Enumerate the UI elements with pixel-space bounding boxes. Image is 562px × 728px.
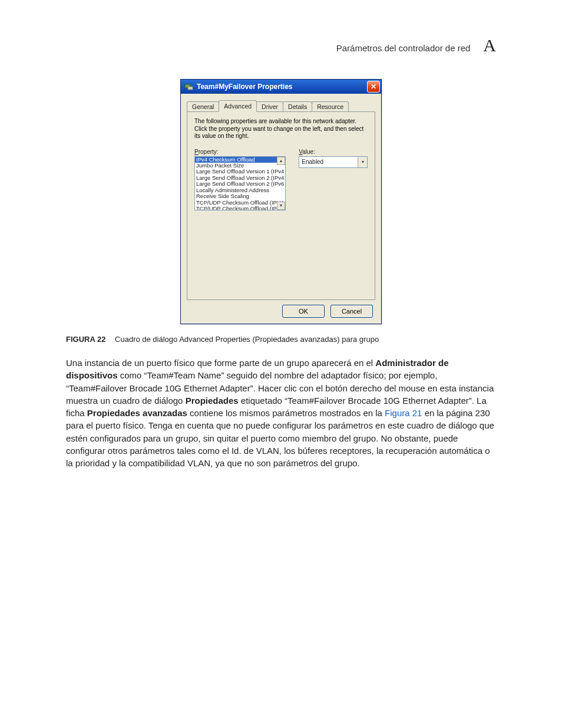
- body-paragraph: Una instancia de un puerto físico que fo…: [66, 357, 496, 470]
- figure-crossref-link[interactable]: Figura 21: [385, 408, 422, 418]
- property-label: Property:: [194, 149, 286, 155]
- cancel-button[interactable]: Cancel: [330, 305, 373, 318]
- tab-details[interactable]: Details: [283, 101, 312, 111]
- figure-caption: FIGURA 22 Cuadro de diálogo Advanced Pro…: [66, 335, 496, 344]
- tab-driver[interactable]: Driver: [256, 101, 283, 111]
- text-bold: Propiedades: [186, 396, 239, 406]
- figure-label: FIGURA 22: [66, 335, 105, 344]
- document-page: Parámetros del controlador de red A Team…: [0, 0, 562, 728]
- list-item[interactable]: TCP/UDP Checksum Offload (IPV4: [195, 200, 285, 206]
- tab-panel-advanced: The following properties are available f…: [187, 111, 375, 300]
- dialog-title: Team#MyFailover Properties: [197, 83, 367, 91]
- chevron-down-icon: ▾: [280, 203, 282, 208]
- value-combobox[interactable]: Enabled ▾: [299, 156, 368, 168]
- tab-label: Resource: [317, 103, 343, 110]
- property-listbox[interactable]: ▴ IPv4 Checksum Offload Jumbo Packet Siz…: [194, 156, 286, 210]
- tab-label: Driver: [262, 103, 278, 110]
- text-run: Una instancia de un puerto físico que fo…: [66, 358, 375, 368]
- list-item[interactable]: Receive Side Scaling: [195, 193, 285, 199]
- text-run: contiene los mismos parámetros mostrados…: [190, 408, 385, 418]
- tab-general[interactable]: General: [187, 101, 219, 111]
- dialog-body: General Advanced Driver Details Resource…: [181, 94, 381, 324]
- tab-resource[interactable]: Resource: [312, 101, 349, 111]
- tab-strip: General Advanced Driver Details Resource: [187, 100, 375, 111]
- scroll-up-button[interactable]: ▴: [277, 157, 285, 165]
- close-button[interactable]: ✕: [367, 81, 380, 93]
- tab-label: Details: [288, 103, 307, 110]
- ok-button[interactable]: OK: [282, 305, 325, 318]
- list-item[interactable]: TCP/UDP Checksum Offload (IPV6: [195, 206, 285, 210]
- page-header: Parámetros del controlador de red A: [66, 35, 496, 55]
- list-item[interactable]: Jumbo Packet Size: [195, 163, 285, 169]
- close-icon: ✕: [371, 83, 376, 90]
- panel-instruction: The following properties are available f…: [194, 118, 368, 140]
- list-item[interactable]: Large Send Offload Version 1 (IPv4: [195, 169, 285, 174]
- property-label-rest: roperty:: [199, 149, 219, 155]
- properties-dialog: Team#MyFailover Properties ✕ General Adv…: [180, 79, 382, 324]
- text-bold: Propiedades avanzadas: [87, 408, 187, 418]
- header-section-title: Parámetros del controlador de red: [336, 43, 471, 53]
- chevron-down-icon: ▾: [362, 159, 364, 164]
- dialog-titlebar[interactable]: Team#MyFailover Properties ✕: [181, 80, 381, 94]
- list-item[interactable]: Locally Administered Address: [195, 187, 285, 193]
- scroll-down-button[interactable]: ▾: [277, 202, 285, 210]
- combo-dropdown-button[interactable]: ▾: [358, 157, 367, 167]
- tab-advanced[interactable]: Advanced: [219, 100, 257, 112]
- svg-rect-1: [188, 87, 193, 90]
- header-section-letter: A: [483, 35, 496, 55]
- figure-caption-text: Cuadro de diálogo Advanced Properties (P…: [115, 335, 379, 344]
- chevron-up-icon: ▴: [280, 158, 282, 163]
- value-label-rest: alue:: [302, 149, 315, 155]
- value-label: Value:: [299, 149, 368, 155]
- tab-label: Advanced: [224, 103, 252, 110]
- network-adapter-icon: [184, 83, 193, 91]
- list-item[interactable]: Large Send Offload Version 2 (IPv4: [195, 175, 285, 181]
- dialog-button-row: OK Cancel: [187, 300, 375, 319]
- value-selected: Enabled: [299, 159, 358, 165]
- list-item[interactable]: IPv4 Checksum Offload: [195, 157, 285, 163]
- list-item[interactable]: Large Send Offload Version 2 (IPv6: [195, 181, 285, 187]
- tab-label: General: [192, 103, 214, 110]
